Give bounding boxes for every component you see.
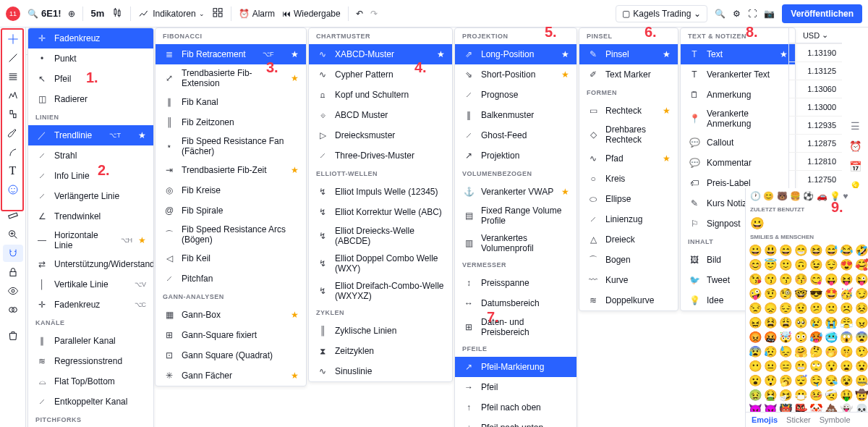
emoji-item[interactable]: 🤨 bbox=[764, 287, 778, 300]
emoji-item[interactable]: 😕 bbox=[809, 302, 823, 315]
emoji-item[interactable]: 😑 bbox=[779, 360, 793, 373]
alarm-button[interactable]: ⏰ Alarm bbox=[239, 9, 275, 19]
emoji-item[interactable]: 😉 bbox=[809, 258, 823, 271]
emoji-item[interactable]: 🥱 bbox=[779, 374, 793, 387]
txt-anchored[interactable]: TVerankerter Text bbox=[681, 64, 795, 85]
alerts-list-icon[interactable]: ⏰ bbox=[848, 139, 862, 153]
fib-pitchfan[interactable]: ⟋Pitchfan bbox=[156, 269, 306, 289]
arrow-down[interactable]: ↓Pfeil nach unten bbox=[455, 418, 576, 427]
line-angle[interactable]: ∠Trendwinkel bbox=[28, 206, 153, 227]
emoji-item[interactable]: 🤔 bbox=[809, 345, 823, 358]
shape-path[interactable]: ∿Pfad★ bbox=[579, 148, 678, 169]
proj-forecast[interactable]: ⟋Prognose bbox=[455, 85, 576, 105]
emoji-item[interactable]: 👺 bbox=[794, 403, 808, 412]
emoji-item[interactable]: 🤧 bbox=[779, 389, 793, 402]
emoji-grid[interactable]: 😀😃😄😁😆😅😂🤣😊😇🙂🙃😉😌😍🥰😘😗😙😚😋😛😝😜🤪🤨🧐🤓😎🤩🥳😏😒😞😔😟😕🙁☹️… bbox=[746, 242, 868, 412]
emoji-item[interactable]: 😩 bbox=[779, 316, 793, 329]
chan-regression[interactable]: ≋Regressionstrend bbox=[28, 351, 153, 371]
emoji-item[interactable]: 🤤 bbox=[809, 374, 823, 387]
emoji-item[interactable]: 🥶 bbox=[825, 331, 838, 344]
meas-price[interactable]: ↕Preisspanne bbox=[455, 273, 576, 293]
emoji-item[interactable]: 😤 bbox=[840, 316, 854, 329]
emoji-item[interactable]: 😠 bbox=[855, 316, 868, 329]
emoji-item[interactable]: 🤢 bbox=[749, 389, 762, 402]
fib-arcs[interactable]: ⌒Fib Speed Resistance Arcs (Bögen) bbox=[156, 221, 306, 248]
pat-triangle[interactable]: ▷Dreiecksmuster bbox=[309, 125, 452, 145]
calendar-icon[interactable]: 📅 bbox=[848, 159, 862, 174]
emoji-item[interactable]: 🤩 bbox=[825, 287, 838, 300]
arrow-up[interactable]: ↑Pfeil nach oben bbox=[455, 397, 576, 418]
fullscreen-icon[interactable]: ⛶ bbox=[748, 9, 757, 19]
emoji-item[interactable]: 👹 bbox=[779, 403, 793, 412]
pat-abcd[interactable]: ⟐ABCD Muster bbox=[309, 105, 452, 125]
emoji-item[interactable]: 😪 bbox=[825, 374, 838, 387]
emoji-item[interactable]: 😅 bbox=[825, 244, 838, 257]
emoji-item[interactable]: 😴 bbox=[794, 374, 808, 387]
cycle-lines[interactable]: ║Zyklische Linien bbox=[309, 321, 452, 341]
emoji-item[interactable]: 😚 bbox=[794, 273, 808, 286]
emoji-item[interactable]: 😯 bbox=[825, 360, 838, 373]
shape-ellipse[interactable]: ⬭Ellipse bbox=[579, 189, 678, 209]
shape-double-curve[interactable]: ≋Doppelkurve bbox=[579, 290, 678, 310]
txt-note[interactable]: 🗒Anmerkung bbox=[681, 85, 795, 105]
emoji-item[interactable]: 👻 bbox=[840, 403, 854, 412]
emoji-item[interactable]: 😛 bbox=[825, 273, 838, 286]
pat-hns[interactable]: ⩍Kopf und Schultern bbox=[309, 85, 452, 105]
emoji-item[interactable]: 😝 bbox=[840, 273, 854, 286]
emoji-item[interactable]: 😁 bbox=[794, 244, 808, 257]
emoji-item[interactable]: 😶 bbox=[749, 360, 762, 373]
emoji-item[interactable]: 🤑 bbox=[840, 389, 854, 402]
candle-icon[interactable] bbox=[111, 7, 123, 20]
emoji-item[interactable]: 😣 bbox=[855, 302, 868, 315]
gann-square[interactable]: ⊡Gann Square (Quadrat) bbox=[156, 345, 306, 365]
fib-timezones[interactable]: ║Fib Zeitzonen bbox=[156, 112, 306, 132]
emoji-item[interactable]: 😂 bbox=[840, 244, 854, 257]
emoji-item[interactable]: 😦 bbox=[840, 360, 854, 373]
emoji-item[interactable]: 😒 bbox=[749, 302, 762, 315]
line-horizontal[interactable]: —Horizontale Linie⌥H★ bbox=[28, 227, 153, 254]
gann-box[interactable]: ▦Gann-Box★ bbox=[156, 305, 306, 325]
line-extended[interactable]: ⟋Verlängerte Linie bbox=[28, 186, 153, 206]
emoji-item[interactable]: 🤡 bbox=[809, 403, 823, 412]
emoji-item[interactable]: 🥵 bbox=[809, 331, 823, 344]
cycle-sine[interactable]: ∿Sinuslinie bbox=[309, 361, 452, 381]
templates-icon[interactable] bbox=[212, 7, 224, 20]
projection-tool[interactable] bbox=[3, 106, 23, 123]
emoji-item[interactable]: 🙁 bbox=[825, 302, 838, 315]
emoji-item[interactable]: 😊 bbox=[749, 258, 762, 271]
emoji-item[interactable]: 🥺 bbox=[794, 316, 808, 329]
line-sr[interactable]: ⇄Unterstützung/Widerstandslinie★ bbox=[28, 254, 153, 274]
chan-parallel[interactable]: ∥Paralleler Kanal bbox=[28, 331, 153, 351]
emoji-item[interactable]: 😐 bbox=[764, 360, 778, 373]
emoji-item[interactable]: 😮 bbox=[749, 374, 762, 387]
arrow-marker[interactable]: ↗Pfeil-Markierung bbox=[455, 357, 576, 377]
elliot-double[interactable]: ↯Elliot Doppel Combo Welle (WXY) bbox=[309, 250, 452, 277]
line-trendline[interactable]: ／Trendlinie⌥T★ bbox=[28, 125, 153, 145]
emoji-item[interactable]: 🤮 bbox=[764, 389, 778, 402]
replay-button[interactable]: ⏮ Wiedergabe bbox=[282, 9, 341, 19]
emoji-tab-emojis[interactable]: Emojis bbox=[752, 415, 778, 424]
txt-comment[interactable]: 💬Kommentar bbox=[681, 153, 795, 173]
watchlist-icon[interactable]: ☰ bbox=[848, 119, 862, 133]
emoji-item[interactable]: 😟 bbox=[794, 302, 808, 315]
line-vertical[interactable]: │Vertikale Linie⌥V bbox=[28, 274, 153, 295]
search-top-icon[interactable]: 🔍 bbox=[715, 9, 726, 19]
emoji-item[interactable]: 🤓 bbox=[794, 287, 808, 300]
sync-tool[interactable] bbox=[3, 301, 23, 318]
fib-spiral[interactable]: @Fib Spirale bbox=[156, 200, 306, 221]
emoji-item[interactable]: 😰 bbox=[749, 345, 762, 358]
crosshair-tool[interactable] bbox=[3, 30, 23, 48]
shape-polyline[interactable]: ⟋Linienzug bbox=[579, 209, 678, 229]
gann-square-fixed[interactable]: ⊞Gann-Square fixiert bbox=[156, 325, 306, 345]
emoji-item[interactable]: 💀 bbox=[855, 403, 868, 412]
emoji-item[interactable]: 😍 bbox=[840, 258, 854, 271]
proj-ghost[interactable]: ⟋Ghost-Feed bbox=[455, 125, 576, 145]
cursor-crosshair[interactable]: ✛Fadenkreuz bbox=[28, 28, 153, 48]
emoji-item[interactable]: 🤪 bbox=[749, 287, 762, 300]
emoji-item[interactable]: 🤫 bbox=[840, 345, 854, 358]
elliot-triple[interactable]: ↯Elliot Dreifach-Combo-Welle (WXYXZ) bbox=[309, 277, 452, 305]
emoji-item[interactable]: 😄 bbox=[779, 244, 793, 257]
emoji-item[interactable]: 😇 bbox=[764, 258, 778, 271]
pat-xabcd[interactable]: ∿XABCD-Muster★ bbox=[309, 44, 452, 64]
fib-wedge[interactable]: ◁Fib Keil bbox=[156, 248, 306, 269]
